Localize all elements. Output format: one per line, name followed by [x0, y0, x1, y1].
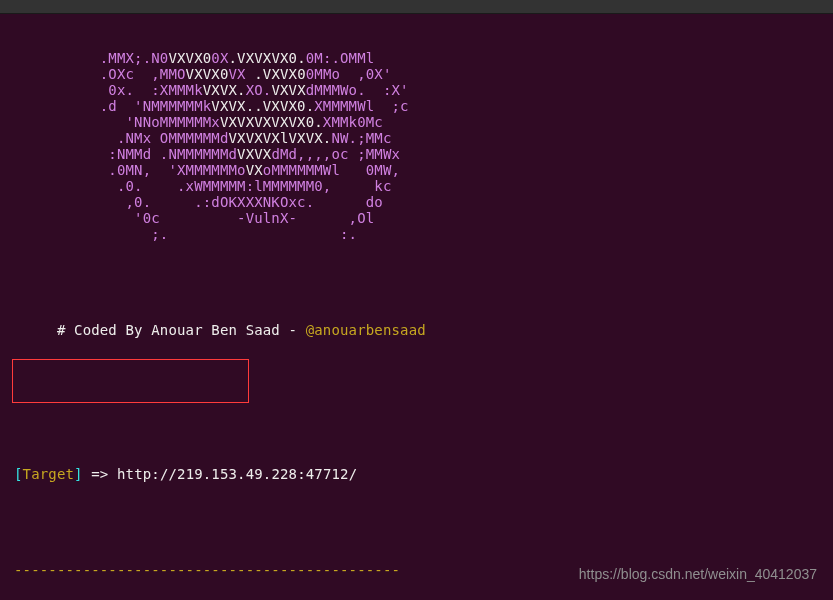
- watermark: https://blog.csdn.net/weixin_40412037: [579, 566, 817, 582]
- target-url: http://219.153.49.228:47712/: [117, 466, 357, 482]
- window-titlebar: [0, 0, 833, 14]
- ascii-art: .MMX;.N0VXVX00X.VXVXVX0.0M:.OMMl .OXc ,M…: [14, 50, 819, 242]
- blank-line: [14, 514, 819, 530]
- credit-handle: @anouarbensaad: [306, 322, 426, 338]
- credit-text: # Coded By Anouar Ben Saad -: [14, 322, 306, 338]
- blank-line: [14, 370, 819, 386]
- credit-line: # Coded By Anouar Ben Saad - @anouarbens…: [14, 322, 819, 338]
- blank-line: [14, 418, 819, 434]
- target-line: [Target] => http://219.153.49.228:47712/: [14, 466, 819, 482]
- terminal-output[interactable]: .MMX;.N0VXVX00X.VXVXVX0.0M:.OMMl .OXc ,M…: [0, 14, 833, 600]
- blank-line: [14, 274, 819, 290]
- terminal-window: .MMX;.N0VXVX00X.VXVXVX0.0M:.OMMl .OXc ,M…: [0, 0, 833, 600]
